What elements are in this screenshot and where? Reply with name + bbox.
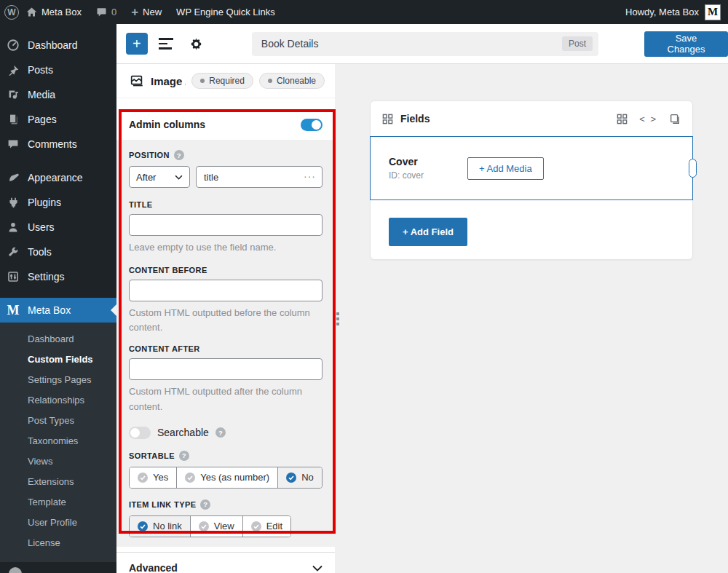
help-icon[interactable]: ?	[200, 499, 210, 510]
field-name-label: Image Advan	[151, 75, 186, 87]
field-name: Cover	[389, 156, 467, 167]
item-link-type-label: ITEM LINK TYPE?	[129, 499, 323, 510]
site-name-label: Meta Box	[41, 7, 82, 17]
advanced-section-header[interactable]: Advanced	[116, 552, 335, 573]
grid-view-icon[interactable]	[617, 114, 628, 125]
check-circle-icon	[138, 473, 148, 483]
plugin-icon	[6, 195, 20, 210]
fields-panel-title: Fields	[400, 113, 430, 125]
submenu-item-template[interactable]: Template	[0, 492, 116, 513]
submenu-item-taxonomies[interactable]: Taxonomies	[0, 431, 116, 451]
field-header[interactable]: Image Advan Required Cloneable	[116, 64, 335, 98]
sidebar-item-pages[interactable]: Pages	[0, 107, 116, 132]
content-before-help-text: Custom HTML outputted before the column …	[129, 306, 323, 335]
submenu-item-custom-fields[interactable]: Custom Fields	[0, 349, 116, 370]
grid-icon	[382, 114, 393, 125]
sidebar-label: Posts	[28, 64, 53, 76]
sidebar-item-settings[interactable]: Settings	[0, 264, 116, 289]
sortable-option-yes[interactable]: Yes	[130, 467, 177, 488]
submenu-item-extensions[interactable]: Extensions	[0, 472, 116, 492]
submenu-item-user-profile[interactable]: User Profile	[0, 513, 116, 533]
plus-icon: +	[131, 6, 138, 18]
sortable-label: SORTABLE?	[129, 451, 323, 461]
submenu-item-settings-pages[interactable]: Settings Pages	[0, 370, 116, 390]
help-icon[interactable]: ?	[215, 427, 226, 438]
check-circle-icon	[138, 521, 148, 531]
submenu-item-dashboard[interactable]: Dashboard	[0, 329, 116, 349]
sidebar-item-users[interactable]: Users	[0, 215, 116, 240]
admin-bar-new[interactable]: + New	[124, 0, 169, 24]
content-before-input[interactable]	[129, 280, 323, 301]
help-icon[interactable]: ?	[179, 451, 189, 461]
howdy-label[interactable]: Howdy, Meta Box	[625, 7, 699, 17]
position-label: POSITION?	[129, 150, 323, 160]
add-media-button[interactable]: + Add Media	[467, 157, 544, 180]
clone-handle[interactable]	[689, 159, 697, 178]
wordpress-logo-icon[interactable]: W	[4, 5, 19, 20]
sortable-options: Yes Yes (as number) No	[129, 467, 323, 489]
help-icon[interactable]: ?	[174, 150, 184, 160]
sidebar-label: Plugins	[28, 197, 61, 208]
sidebar-label: Appearance	[28, 172, 83, 183]
pushpin-icon	[6, 63, 20, 77]
comment-icon	[96, 7, 107, 17]
sidebar-label: Tools	[28, 246, 52, 258]
admin-columns-toggle[interactable]	[301, 119, 323, 131]
post-type-badge: Post	[562, 36, 593, 51]
fields-panel: Fields < > Cover ID: cover + Add Media +…	[370, 100, 693, 260]
content-before-label: CONTENT BEFORE	[129, 266, 323, 274]
save-changes-button[interactable]: Save Changes	[644, 31, 728, 57]
searchable-toggle[interactable]	[129, 427, 151, 439]
sidebar-item-comments[interactable]: Comments	[0, 132, 116, 157]
sortable-option-yes-as-number[interactable]: Yes (as number)	[177, 467, 278, 488]
add-field-button[interactable]: + Add Field	[389, 218, 467, 246]
sliders-icon	[6, 269, 20, 284]
admin-bar-wp-engine-quick-links[interactable]: WP Engine Quick Links	[169, 0, 282, 24]
field-id: ID: cover	[389, 170, 467, 181]
active-menu-arrow	[111, 304, 116, 316]
submenu-item-post-types[interactable]: Post Types	[0, 411, 116, 431]
sidebar-item-dashboard[interactable]: Dashboard	[0, 33, 116, 58]
avatar[interactable]: M	[705, 4, 721, 20]
item-link-option-edit[interactable]: Edit	[243, 516, 290, 537]
searchable-label: Searchable	[157, 427, 209, 438]
settings-gear-icon[interactable]	[189, 37, 203, 51]
post-title-input[interactable]	[252, 32, 598, 56]
sidebar-item-plugins[interactable]: Plugins	[0, 190, 116, 215]
chevron-down-icon	[175, 175, 183, 180]
content-after-input[interactable]	[129, 358, 323, 380]
check-circle-icon	[251, 521, 261, 531]
item-link-option-view[interactable]: View	[191, 516, 243, 537]
sidebar-item-media[interactable]: Media	[0, 82, 116, 107]
admin-bar-site-name[interactable]: Meta Box	[19, 0, 89, 24]
submenu-item-views[interactable]: Views	[0, 451, 116, 472]
title-label: TITLE	[129, 200, 323, 209]
add-field-toolbar-button[interactable]: +	[126, 33, 148, 55]
item-link-option-no-link[interactable]: No link	[130, 516, 191, 537]
title-input[interactable]	[129, 214, 323, 236]
code-view-icon[interactable]: < >	[639, 114, 657, 125]
sidebar-item-meta-box[interactable]: M Meta Box	[0, 298, 116, 323]
sidebar-item-appearance[interactable]: Appearance	[0, 165, 116, 190]
check-circle-icon	[185, 473, 195, 483]
ellipsis-options-icon[interactable]: ···	[304, 170, 316, 182]
structure-view-icon[interactable]	[159, 38, 175, 50]
sidebar-item-tools[interactable]: Tools	[0, 240, 116, 264]
copy-icon[interactable]	[669, 113, 681, 125]
image-advanced-icon	[129, 73, 145, 89]
pages-icon	[6, 112, 20, 127]
submenu-item-relationships[interactable]: Relationships	[0, 390, 116, 411]
field-row-cover[interactable]: Cover ID: cover + Add Media	[370, 136, 693, 200]
meta-box-submenu: Dashboard Custom Fields Settings Pages R…	[0, 323, 116, 562]
sortable-option-no[interactable]: No	[278, 467, 322, 488]
position-select[interactable]: After	[129, 166, 190, 188]
title-help-text: Leave empty to use the field name.	[129, 240, 323, 255]
submenu-item-license[interactable]: License	[0, 533, 116, 553]
collapse-menu-icon[interactable]	[9, 567, 22, 573]
panel-drag-handle-dots[interactable]	[336, 312, 340, 325]
dashboard-icon	[6, 38, 20, 52]
admin-bar-comments[interactable]: 0	[89, 0, 124, 24]
check-circle-icon	[199, 521, 209, 531]
quick-links-label: WP Engine Quick Links	[176, 7, 275, 17]
sidebar-item-posts[interactable]: Posts	[0, 58, 116, 82]
